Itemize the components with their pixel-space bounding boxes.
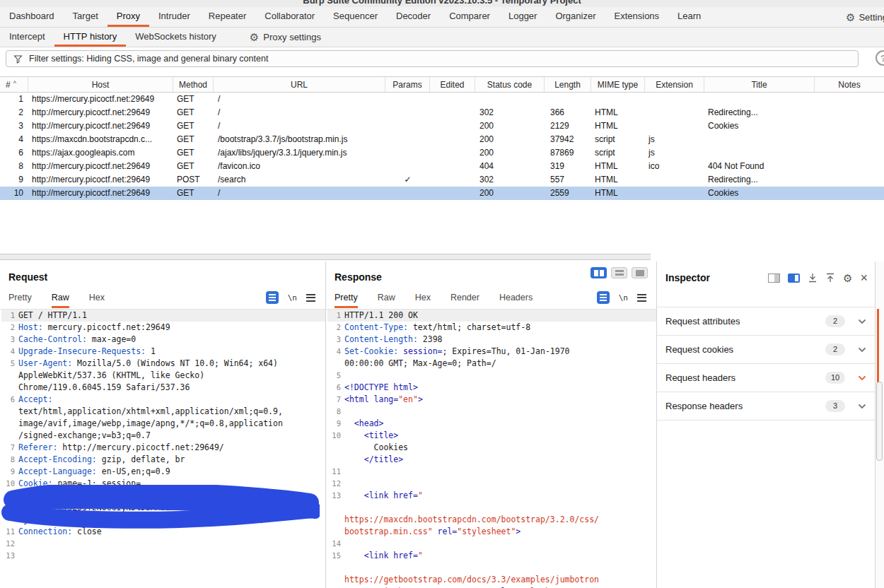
line-number: 8 <box>1 454 18 466</box>
layout-single-icon[interactable] <box>632 267 648 278</box>
request-tab-hex[interactable]: Hex <box>89 293 105 308</box>
response-tab-raw[interactable]: Raw <box>378 293 395 308</box>
column-header-length[interactable]: Length <box>545 77 591 92</box>
response-tab-render[interactable]: Render <box>450 293 479 308</box>
inspector-section-request-cookies[interactable]: Request cookies2 <box>657 336 875 364</box>
response-editor-toolbar: \n <box>597 291 646 304</box>
history-row[interactable]: 8http://mercury.picoctf.net:29649GET/fav… <box>0 160 884 173</box>
menu-tab-dashboard[interactable]: Dashboard <box>0 7 64 27</box>
layout-rows-icon[interactable] <box>611 267 627 278</box>
column-header-url[interactable]: URL <box>214 77 385 92</box>
proxy-settings-button[interactable]: ⚙ Proxy settings <box>250 28 321 47</box>
history-row[interactable]: 4https://maxcdn.bootstrapcdn.c...GET/boo… <box>0 133 884 146</box>
editor-menu-icon[interactable] <box>637 294 646 302</box>
menu-tab-comparer[interactable]: Comparer <box>440 7 499 27</box>
request-tab-pretty[interactable]: Pretty <box>8 293 32 308</box>
cell-edited <box>430 173 475 187</box>
horizontal-splitter[interactable] <box>0 254 651 260</box>
menu-tab-logger[interactable]: Logger <box>499 7 546 27</box>
line-number: 13 <box>327 490 344 538</box>
response-tab-hex[interactable]: Hex <box>415 293 431 308</box>
history-row[interactable]: 6https://ajax.googleapis.comGET/ajax/lib… <box>0 146 884 160</box>
sub-tab-http-history[interactable]: HTTP history <box>54 28 127 47</box>
response-editor[interactable]: 1HTTP/1.1 200 OK2Content-Type: text/html… <box>327 310 656 588</box>
editor-style-icon[interactable] <box>266 291 279 304</box>
cell-url: /favicon.ico <box>214 160 385 173</box>
help-icon[interactable]: ? <box>876 50 884 66</box>
history-row[interactable]: 2http://mercury.picoctf.net:29649GET/302… <box>0 106 884 119</box>
cell-title: Redirecting... <box>704 173 815 187</box>
settings-button[interactable]: ⚙ Settings <box>846 7 884 27</box>
column-header-method[interactable]: Method <box>173 77 214 92</box>
menu-tab-repeater[interactable]: Repeater <box>199 7 255 27</box>
collapse-all-icon[interactable] <box>808 273 818 283</box>
menu-tab-target[interactable]: Target <box>64 7 107 27</box>
inspector-section-request-headers[interactable]: Request headers10 <box>657 364 875 392</box>
code-token: <!DOCTYPE html> <box>344 382 418 392</box>
menu-tab-decoder[interactable]: Decoder <box>387 7 440 27</box>
sub-tab-websockets-history[interactable]: WebSockets history <box>126 28 226 47</box>
response-tab-headers[interactable]: Headers <box>499 293 533 308</box>
code-line: 13 <link href=" https://maxcdn.bootstrap… <box>327 490 656 538</box>
inspector-section-response-headers[interactable]: Response headers3 <box>657 392 875 421</box>
column-header-status-code[interactable]: Status code <box>475 77 545 92</box>
history-row[interactable]: 9http://mercury.picoctf.net:29649POST/se… <box>0 173 884 187</box>
newline-toggle[interactable]: \n <box>288 293 297 302</box>
expand-all-icon[interactable] <box>825 273 835 283</box>
cell-edited <box>430 119 475 133</box>
menu-tab-proxy[interactable]: Proxy <box>107 7 149 27</box>
cell-length: 557 <box>545 173 591 187</box>
column-header-edited[interactable]: Edited <box>430 77 475 92</box>
dock-left-icon[interactable] <box>768 274 780 283</box>
column-header-notes[interactable]: Notes <box>815 77 884 92</box>
menu-tab-extensions[interactable]: Extensions <box>605 7 669 27</box>
line-number: 10 <box>327 430 344 466</box>
cell-status: 200 <box>475 133 545 146</box>
cell-host: https://mercury.picoctf.net:29649 <box>28 93 173 106</box>
filter-settings-bar[interactable]: Filter settings: Hiding CSS, image and g… <box>6 50 859 67</box>
code-token: "en" <box>398 394 418 404</box>
code-line: 5 <box>327 370 656 382</box>
sub-tab-intercept[interactable]: Intercept <box>0 28 54 47</box>
code-token: rel= <box>433 527 458 536</box>
response-tab-pretty[interactable]: Pretty <box>335 293 358 308</box>
history-row[interactable]: 10http://mercury.picoctf.net:29649GET/20… <box>0 187 884 200</box>
column-header-extension[interactable]: Extension <box>645 77 704 92</box>
menu-tab-collaborator[interactable]: Collaborator <box>255 7 324 27</box>
request-editor[interactable]: 1GET / HTTP/1.12Host: mercury.picoctf.ne… <box>1 310 325 588</box>
column-header-title[interactable]: Title <box>704 77 815 92</box>
newline-toggle[interactable]: \n <box>619 293 628 302</box>
dock-right-icon[interactable] <box>788 274 800 283</box>
column-header-host[interactable]: Host <box>28 77 173 92</box>
cell-mime: script <box>591 146 645 160</box>
menu-tab-learn[interactable]: Learn <box>668 7 710 27</box>
menu-tab-intruder[interactable]: Intruder <box>149 7 199 27</box>
vertical-scrollbar[interactable] <box>876 382 883 461</box>
layout-columns-icon[interactable] <box>591 267 607 278</box>
code-token: "stylesheet" <box>457 527 516 536</box>
code-line: 8Accept-Encoding: gzip, deflate, br <box>1 454 325 466</box>
close-icon[interactable]: × <box>860 271 868 284</box>
editor-menu-icon[interactable] <box>306 294 315 302</box>
code-line: 1HTTP/1.1 200 OK <box>327 310 656 322</box>
request-tab-raw[interactable]: Raw <box>52 293 69 308</box>
line-number: 3 <box>1 334 18 346</box>
inspector-section-request-attributes[interactable]: Request attributes2 <box>657 307 875 336</box>
menu-tab-organizer[interactable]: Organizer <box>546 7 605 27</box>
column-header-item[interactable]: #^ <box>0 77 28 92</box>
editor-style-icon[interactable] <box>597 291 610 304</box>
inspector-settings-icon[interactable]: ⚙ <box>843 273 852 283</box>
cell-url: / <box>214 106 385 119</box>
history-row[interactable]: 3http://mercury.picoctf.net:29649GET/200… <box>0 119 884 133</box>
sort-ascending-icon: ^ <box>13 80 16 87</box>
window-titlebar: Burp Suite Community Edition v2023.10.3.… <box>0 0 884 7</box>
cell-num: 6 <box>0 146 28 160</box>
menu-tab-sequencer[interactable]: Sequencer <box>324 7 387 27</box>
column-header-params[interactable]: Params <box>385 77 430 92</box>
history-row[interactable]: 1https://mercury.picoctf.net:29649GET/ <box>0 93 884 106</box>
code-line: 6<!DOCTYPE html> <box>327 382 656 394</box>
code-line: 4Set-Cookie: session=; Expires=Thu, 01-J… <box>327 346 656 370</box>
line-text: Cookie: name=-1; session= InB2c2hlY2tIUW… <box>18 478 284 526</box>
column-header-mime-type[interactable]: MIME type <box>591 77 645 92</box>
line-number: 3 <box>327 334 344 346</box>
